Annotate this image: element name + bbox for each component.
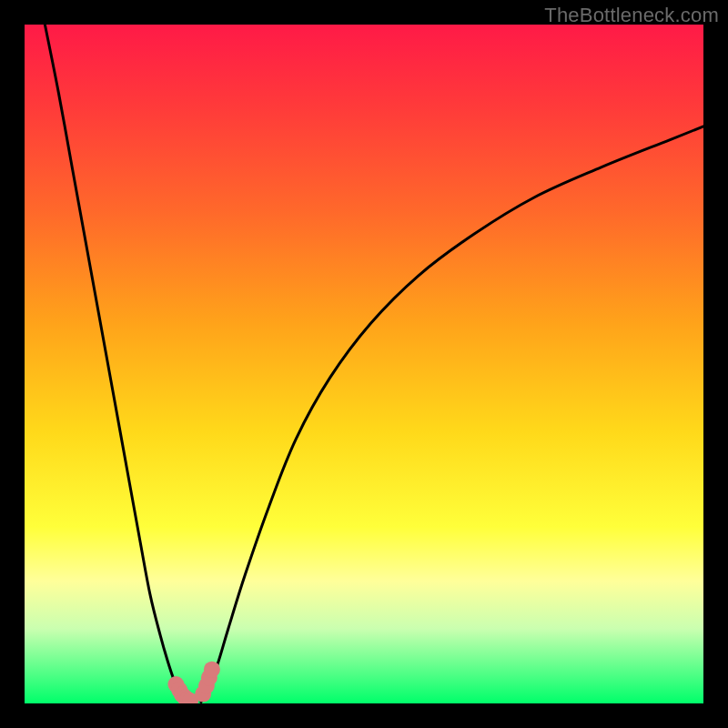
- curve-right-curve: [201, 126, 703, 703]
- chart-plot-area: [25, 25, 703, 703]
- chart-svg: [25, 25, 703, 703]
- chart-frame: TheBottleneck.com: [0, 0, 728, 728]
- marker-right-dots: [204, 662, 220, 678]
- curve-left-curve: [45, 25, 186, 703]
